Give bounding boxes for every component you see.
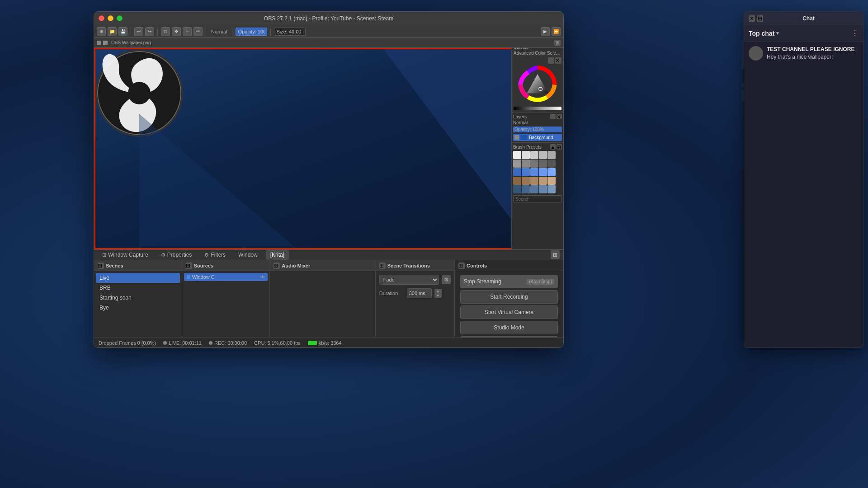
cpu-text: CPU: 5.1%,60.00 fps — [254, 340, 301, 346]
transition-settings-btn[interactable]: ⚙ — [442, 275, 451, 284]
chat-mode-dropdown[interactable]: Top chat ▾ — [749, 30, 779, 37]
toolbar-save[interactable]: 💾 — [118, 27, 127, 36]
brush-15[interactable] — [547, 168, 556, 176]
color-wheel-svg[interactable] — [514, 66, 561, 104]
maximize-button[interactable] — [117, 15, 123, 21]
brush-1[interactable] — [513, 151, 521, 159]
panel-configure-btn[interactable]: ⊞ — [551, 250, 560, 259]
brush-9[interactable] — [539, 160, 547, 168]
toolbar-extra1[interactable]: ▶ — [541, 27, 550, 36]
brush-presets-header: Brush Presets ▲ ⊞ — [513, 144, 562, 150]
source-visibility-icon: 👁 — [260, 275, 265, 280]
scenes-title: Scenes — [106, 263, 123, 268]
toolbar-open[interactable]: 📁 — [108, 27, 117, 36]
chat-close-icon[interactable]: ✕ — [749, 15, 755, 22]
scene-starting-soon[interactable]: Starting soon — [96, 293, 180, 303]
size-input[interactable] — [274, 28, 306, 36]
brush-12[interactable] — [522, 168, 530, 176]
brush-21[interactable] — [513, 185, 521, 193]
layers-close[interactable]: ✕ — [557, 114, 562, 119]
studio-mode-button[interactable]: Studio Mode — [460, 321, 558, 334]
tab-properties-icon: ⚙ — [161, 252, 165, 258]
stop-streaming-button[interactable]: Stop Streaming (Auto Stop) — [460, 275, 558, 288]
krita-header-fullscreen[interactable]: ⊞ — [554, 40, 561, 46]
tab-properties-label: Properties — [167, 252, 192, 258]
chat-message-text-0: Hey that's a nice wallpaper! — [767, 53, 859, 61]
brush-13[interactable] — [530, 168, 538, 176]
brush-17[interactable] — [522, 177, 530, 185]
toolbar-select[interactable]: □ — [161, 27, 170, 36]
tab-filters[interactable]: ⚙ Filters — [200, 250, 230, 260]
transitions-panel-icon[interactable]: ⊞ — [379, 263, 386, 269]
brush-11[interactable] — [513, 168, 521, 176]
brush-5[interactable] — [547, 151, 556, 159]
brush-3[interactable] — [530, 151, 538, 159]
toolbar-redo[interactable]: ↪ — [145, 27, 154, 36]
controls-panel-header: ⊞ Controls — [455, 260, 563, 271]
scene-live[interactable]: Live — [96, 273, 180, 283]
sources-panel-icon[interactable]: ⊞ — [186, 263, 192, 269]
toolbar-transform[interactable]: ↔ — [183, 27, 192, 36]
brush-24[interactable] — [539, 185, 547, 193]
scene-brb[interactable]: BRB — [96, 283, 180, 293]
krita-header-close[interactable] — [97, 41, 101, 45]
toolbar-paint[interactable]: ✏ — [193, 27, 203, 36]
chat-username-0: TEST CHANNEL PLEASE IGNORE — [767, 46, 854, 52]
toolbar-move[interactable]: ✥ — [172, 27, 181, 36]
chat-popout-icon[interactable]: ⊞ — [757, 15, 763, 22]
brush-tag[interactable]: ⊞ — [557, 144, 562, 150]
brush-6[interactable] — [513, 160, 521, 168]
krita-color-btn1[interactable] — [548, 57, 554, 64]
toolbar-new[interactable]: ⊞ — [97, 27, 106, 36]
scene-bye[interactable]: Bye — [96, 303, 180, 313]
bg-shape-1 — [382, 48, 518, 229]
brush-25[interactable] — [547, 185, 556, 193]
brush-2[interactable] — [522, 151, 530, 159]
transition-up-arrow[interactable]: ▲ — [434, 289, 442, 293]
sep2 — [157, 28, 158, 36]
brush-22[interactable] — [522, 185, 530, 193]
tab-window-capture[interactable]: ⊞ Window Capture — [98, 250, 153, 260]
audio-content — [270, 271, 375, 348]
brush-16[interactable] — [513, 177, 521, 185]
tab-properties[interactable]: ⚙ Properties — [156, 250, 197, 260]
controls-panel-icon[interactable]: ⊞ — [458, 263, 465, 269]
start-recording-button[interactable]: Start Recording — [460, 290, 558, 304]
minimize-button[interactable] — [108, 15, 113, 21]
brush-10[interactable] — [547, 160, 556, 168]
krita-color-btn2[interactable]: ✕ — [555, 57, 561, 64]
panels-row: ⊞ Scenes Live BRB Starting soon Bye + − … — [94, 260, 563, 348]
transition-down-arrow[interactable]: ▼ — [434, 293, 442, 298]
brush-4[interactable] — [539, 151, 547, 159]
brush-20[interactable] — [547, 177, 556, 185]
brush-14[interactable] — [539, 168, 547, 176]
brush-search-input[interactable] — [513, 195, 562, 202]
brush-19[interactable] — [539, 177, 547, 185]
tab-krita[interactable]: [Krita] — [266, 250, 289, 260]
tab-window[interactable]: Window — [234, 250, 262, 260]
color-gradient-bar[interactable] — [514, 107, 561, 110]
audio-panel-icon[interactable]: ⊞ — [274, 263, 280, 269]
chat-kebab-menu[interactable]: ⋮ — [851, 29, 859, 38]
opacity-input[interactable] — [236, 28, 267, 36]
layers-add[interactable] — [550, 114, 556, 119]
krita-header-min[interactable] — [103, 41, 108, 45]
close-button[interactable] — [99, 15, 104, 21]
transition-type-select[interactable]: Fade Cut Swipe — [379, 275, 439, 285]
transition-duration-input[interactable] — [407, 288, 432, 298]
brush-23[interactable] — [530, 185, 538, 193]
toolbar-extra2[interactable]: ⏩ — [552, 27, 561, 36]
brush-18[interactable] — [530, 177, 538, 185]
krita-inner-header: OBS Wallpaper.png ⊞ — [94, 38, 563, 48]
brush-8[interactable] — [530, 160, 538, 168]
krita-color-actions: ✕ — [514, 57, 561, 64]
source-window-capture[interactable]: Window C 👁 — [184, 273, 268, 281]
brush-7[interactable] — [522, 160, 530, 168]
layer-item-background[interactable]: Background — [513, 134, 562, 141]
start-virtual-camera-button[interactable]: Start Virtual Camera — [460, 305, 558, 319]
scenes-panel-icon[interactable]: ⊞ — [98, 263, 104, 269]
chat-message-content-0: TEST CHANNEL PLEASE IGNORE Hey that's a … — [767, 46, 859, 61]
scenes-list: Live BRB Starting soon Bye — [94, 271, 182, 348]
brush-sort[interactable]: ▲ — [550, 144, 556, 150]
toolbar-undo[interactable]: ↩ — [134, 27, 143, 36]
